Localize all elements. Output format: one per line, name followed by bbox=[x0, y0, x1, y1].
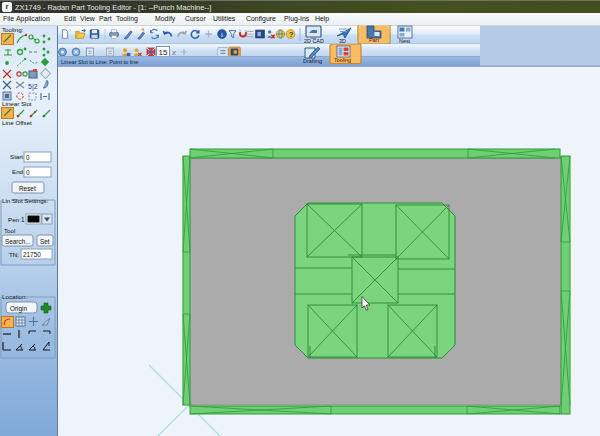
svg-text:Drafting: Drafting bbox=[303, 58, 322, 64]
svg-text:Part: Part bbox=[369, 37, 379, 43]
svg-text:Nest: Nest bbox=[399, 38, 411, 44]
svg-text:Location:: Location: bbox=[2, 293, 27, 300]
svg-text:0: 0 bbox=[26, 154, 30, 161]
svg-text:0: 0 bbox=[26, 169, 30, 176]
svg-text:TN:: TN: bbox=[9, 251, 19, 258]
svg-text:Tool: Tool bbox=[4, 227, 15, 234]
svg-text:Tooling: Tooling bbox=[334, 57, 351, 63]
svg-text:Search...: Search... bbox=[5, 238, 31, 245]
svg-text:Line Offset: Line Offset bbox=[2, 119, 32, 126]
svg-text:Pen:: Pen: bbox=[8, 216, 21, 223]
svg-text:21750: 21750 bbox=[23, 251, 41, 258]
svg-text:Lin Slot Settings:: Lin Slot Settings: bbox=[2, 197, 49, 204]
svg-text:1: 1 bbox=[21, 216, 25, 223]
svg-text:Tooling:: Tooling: bbox=[2, 26, 24, 33]
svg-text:Origin: Origin bbox=[10, 305, 27, 313]
svg-text:i: i bbox=[221, 31, 223, 38]
svg-text:5|2: 5|2 bbox=[28, 83, 38, 91]
svg-text:End:: End: bbox=[12, 168, 25, 175]
svg-text:Set: Set bbox=[40, 238, 50, 245]
svg-text:?: ? bbox=[289, 30, 294, 39]
svg-text:Start:: Start: bbox=[10, 153, 25, 160]
svg-text:2D CAD: 2D CAD bbox=[304, 38, 324, 44]
svg-text:3D: 3D bbox=[339, 38, 346, 44]
svg-text:Linear Slot: Linear Slot bbox=[2, 100, 32, 107]
svg-text:Reset: Reset bbox=[19, 185, 36, 192]
